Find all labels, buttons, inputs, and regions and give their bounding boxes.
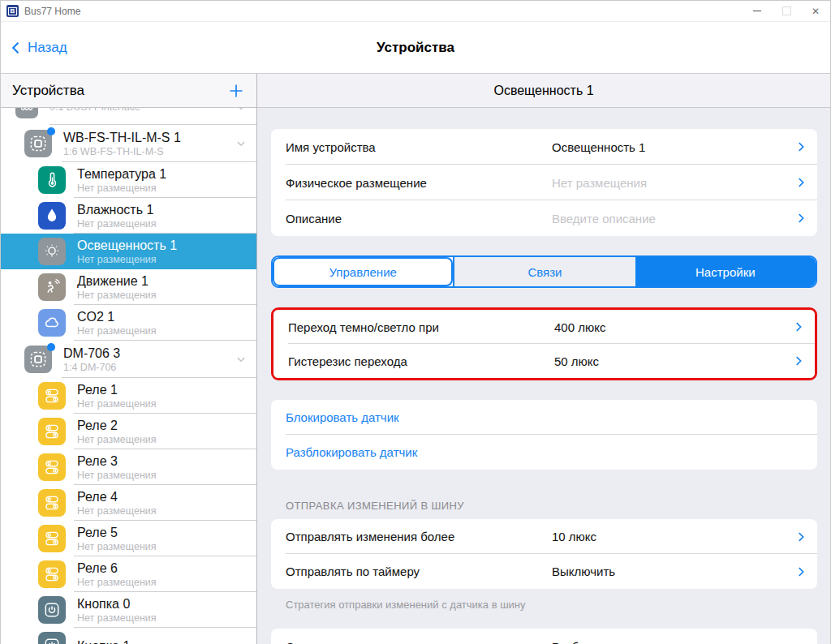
sensor-status-row[interactable]: Состояние датчика Разблокирован xyxy=(271,629,817,644)
panel-body: Имя устройства Освещенность 1 Физическое… xyxy=(257,108,830,644)
row-value: Выключить xyxy=(552,565,615,578)
highlight-annotation-box: Переход темно/светло при 400 люкс Гистер… xyxy=(271,307,817,380)
lock-sensor-button[interactable]: Блокировать датчик xyxy=(271,400,817,435)
sidebar-item-6[interactable]: CO2 1 Нет размещения xyxy=(1,305,256,341)
physical-location-row[interactable]: Физическое размещение Нет размещения xyxy=(271,165,817,200)
app-logo-icon: B xyxy=(6,5,19,17)
tab-settings[interactable]: Настройки xyxy=(635,257,816,286)
relay-icon xyxy=(38,418,66,445)
tab-control[interactable]: Управление xyxy=(273,257,453,286)
device-title: Движение 1 xyxy=(77,274,149,288)
hysteresis-row[interactable]: Гистерезис перехода 50 люкс xyxy=(273,344,815,378)
plus-icon xyxy=(226,81,246,101)
sidebar-item-2[interactable]: Температура 1 Нет размещения xyxy=(1,162,256,198)
online-badge xyxy=(47,343,55,351)
tab-links[interactable]: Связи xyxy=(453,257,635,286)
device-subtitle: 1:6 WB-FS-TH-IL-M-S xyxy=(63,146,181,158)
device-subtitle: Нет размещения xyxy=(77,218,157,230)
sidebar-title: Устройства xyxy=(12,83,84,99)
title-bar: B Bus77 Home ✕ xyxy=(1,1,830,22)
row-label: Физическое размещение xyxy=(286,176,427,190)
device-subtitle: Нет размещения xyxy=(77,541,157,553)
action-label: Разблокировать датчик xyxy=(286,445,417,459)
relay-icon xyxy=(38,382,66,410)
sidebar-header: Устройства xyxy=(1,74,256,108)
relay-icon xyxy=(38,560,66,588)
chevron-down-icon xyxy=(234,352,248,367)
chevron-right-icon xyxy=(794,565,808,579)
device-title: Кнопка 1 xyxy=(77,639,130,644)
panel-title: Освещенность 1 xyxy=(257,74,830,108)
power-button-icon xyxy=(38,632,66,644)
device-title: Освещенность 1 xyxy=(77,238,177,252)
chevron-down-icon xyxy=(234,108,248,114)
online-badge xyxy=(47,127,55,135)
row-value: Освещенность 1 xyxy=(552,140,645,154)
row-label: Описание xyxy=(286,212,342,225)
sidebar-item-11[interactable]: Реле 4 Нет размещения xyxy=(1,485,256,521)
device-title: Реле 2 xyxy=(77,419,118,432)
sidebar-item-4[interactable]: Освещенность 1 Нет размещения xyxy=(1,234,256,269)
row-value: 400 люкс xyxy=(554,320,605,334)
device-subtitle: 1:4 DM-706 xyxy=(63,362,120,374)
device-title: DM-706 3 xyxy=(63,346,120,360)
device-subtitle: Нет размещения xyxy=(77,182,166,195)
detail-panel: Освещенность 1 Имя устройства Освещеннос… xyxy=(257,74,830,644)
chevron-right-icon xyxy=(791,320,806,334)
app-window: B Bus77 Home ✕ Назад Устройства Устройст… xyxy=(0,0,831,644)
nav-header: Назад Устройства xyxy=(1,22,830,74)
sidebar-item-14[interactable]: Кнопка 0 Нет размещения xyxy=(1,592,256,628)
row-label: Отправлять по таймеру xyxy=(286,565,420,578)
device-title: Влажность 1 xyxy=(77,203,153,217)
water-drop-icon xyxy=(38,202,66,230)
device-subtitle: Нет размещения xyxy=(77,325,157,337)
row-label: Имя устройства xyxy=(286,140,376,154)
unlock-sensor-button[interactable]: Разблокировать датчик xyxy=(271,435,817,470)
device-subtitle: Нет размещения xyxy=(77,254,177,266)
bus-interface-icon xyxy=(15,108,38,118)
threshold-card: Переход темно/светло при 400 люкс Гистер… xyxy=(273,310,815,378)
device-title: Реле 4 xyxy=(77,490,118,504)
sidebar-item-3[interactable]: Влажность 1 Нет размещения xyxy=(1,198,256,234)
sidebar-item-9[interactable]: Реле 2 Нет размещения xyxy=(1,414,256,449)
sidebar-item-10[interactable]: Реле 3 Нет размещения xyxy=(1,449,256,485)
description-row[interactable]: Описание Введите описание xyxy=(271,200,817,236)
sensor-actions-card: Блокировать датчик Разблокировать датчик xyxy=(271,400,817,470)
sidebar-item-8[interactable]: Реле 1 Нет размещения xyxy=(1,378,256,414)
device-name-row[interactable]: Имя устройства Освещенность 1 xyxy=(271,129,817,165)
sidebar-item-0[interactable]: 0:1 BUS77 interface xyxy=(1,108,256,125)
send-by-timer-row[interactable]: Отправлять по таймеру Выключить xyxy=(271,554,817,589)
sidebar-item-5[interactable]: Движение 1 Нет размещения xyxy=(1,269,256,305)
page-title: Устройства xyxy=(1,40,830,56)
close-button[interactable]: ✕ xyxy=(801,1,830,21)
sidebar-item-7[interactable]: DM-706 3 1:4 DM-706 xyxy=(1,341,256,378)
device-title: CO2 1 xyxy=(77,310,114,324)
sidebar-item-1[interactable]: WB-FS-TH-IL-M-S 1 1:6 WB-FS-TH-IL-M-S xyxy=(1,125,256,162)
sidebar-item-12[interactable]: Реле 5 Нет размещения xyxy=(1,521,256,556)
device-subtitle: Нет размещения xyxy=(77,290,157,302)
device-title: Температура 1 xyxy=(77,167,166,181)
device-title: Реле 6 xyxy=(77,561,118,575)
bus-send-card: Отправлять изменения более 10 люкс Отпра… xyxy=(271,519,817,589)
motion-icon xyxy=(38,273,66,301)
chevron-right-icon xyxy=(794,211,808,225)
device-title: Реле 1 xyxy=(77,383,118,397)
sidebar-item-15[interactable]: Кнопка 1 xyxy=(1,628,256,644)
device-subtitle: Нет размещения xyxy=(77,505,157,517)
chevron-right-icon xyxy=(794,530,808,544)
chip-icon xyxy=(24,130,52,157)
dark-light-threshold-row[interactable]: Переход темно/светло при 400 люкс xyxy=(273,310,815,344)
maximize-icon xyxy=(782,6,791,15)
add-device-button[interactable] xyxy=(226,81,246,101)
device-info-card: Имя устройства Освещенность 1 Физическое… xyxy=(271,129,817,236)
maximize-button[interactable] xyxy=(772,1,801,21)
relay-icon xyxy=(38,453,66,481)
window-title: Bus77 Home xyxy=(24,6,80,17)
row-value: 10 люкс xyxy=(552,530,596,543)
chip-icon xyxy=(24,346,52,373)
minimize-button[interactable] xyxy=(743,1,772,21)
send-changes-over-row[interactable]: Отправлять изменения более 10 люкс xyxy=(271,519,817,554)
device-title: Кнопка 0 xyxy=(77,597,130,611)
device-subtitle: 0:1 BUS77 interface xyxy=(50,108,140,114)
sidebar-item-13[interactable]: Реле 6 Нет размещения xyxy=(1,556,256,592)
